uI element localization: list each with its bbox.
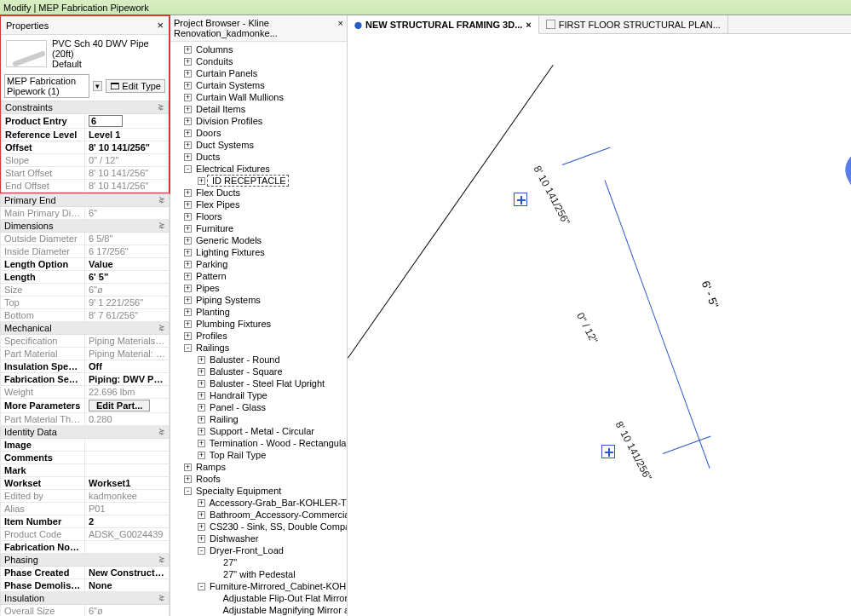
prop-value[interactable] <box>85 464 170 477</box>
dim-start[interactable]: 8' 10 141/256" <box>532 164 572 227</box>
tree-node[interactable]: + Duct Systems <box>181 139 347 151</box>
prop-value[interactable]: Level 1 <box>85 129 169 141</box>
edit-part-button[interactable]: Edit Part... <box>89 400 150 412</box>
tree-node[interactable]: + Handrail Type <box>194 389 347 401</box>
tree-node[interactable]: + Roofs <box>181 473 347 485</box>
collapse-icon[interactable]: - <box>198 547 205 555</box>
expand-icon[interactable]: + <box>184 320 192 328</box>
section-identity[interactable]: Identity Data⋩ <box>1 426 170 439</box>
tree-node[interactable]: + Dishwasher <box>194 533 347 544</box>
tree-node[interactable]: + Division Profiles <box>181 115 347 127</box>
prop-value[interactable]: Workset1 <box>85 477 170 490</box>
tree-node[interactable]: + Flex Ducts <box>181 187 347 199</box>
tree-node[interactable]: + Planting <box>181 306 347 318</box>
tree-node[interactable]: + Curtain Systems <box>181 79 347 91</box>
tree-node[interactable]: Adjustable Flip-Out Flat Mirror-N <box>208 592 347 604</box>
tab-active[interactable]: ⬤ NEW STRUCTURAL FRAMING 3D... × <box>348 16 539 34</box>
dim-end[interactable]: 8' 10 141/256" <box>613 419 654 482</box>
expand-icon[interactable]: + <box>184 296 192 304</box>
expand-icon[interactable]: + <box>184 82 192 89</box>
expand-icon[interactable]: + <box>184 189 192 197</box>
collapse-icon[interactable]: - <box>184 344 192 352</box>
collapse-icon[interactable]: - <box>184 487 192 495</box>
close-icon[interactable]: × <box>157 19 164 32</box>
tree-node[interactable]: + Curtain Panels <box>181 67 347 79</box>
expand-icon[interactable]: + <box>184 130 192 137</box>
expand-icon[interactable]: + <box>198 368 205 376</box>
pipe-selected[interactable] <box>839 145 851 471</box>
close-icon[interactable]: × <box>526 20 531 30</box>
prop-value[interactable]: P01 <box>85 503 170 515</box>
tab-inactive[interactable]: FIRST FLOOR STRUCTURAL PLAN... <box>539 15 728 33</box>
prop-value[interactable]: 6" <box>85 207 170 220</box>
tree[interactable]: + Columns+ Conduits+ Curtain Panels+ Cur… <box>170 42 347 616</box>
expand-icon[interactable]: + <box>184 118 192 125</box>
expand-icon[interactable]: + <box>184 153 192 161</box>
prop-value[interactable]: 8' 7 61/256" <box>85 309 170 322</box>
prop-value[interactable]: None <box>85 579 170 592</box>
tree-node[interactable]: 27" with Pedestal <box>208 568 347 580</box>
tree-node[interactable]: + Pattern <box>181 270 347 282</box>
prop-value[interactable]: Piping Material: PVC <box>85 348 170 360</box>
canvas[interactable]: 8' 10 141/256" 8' 10 141/256" 0" / 12" 6… <box>348 34 851 616</box>
expand-icon[interactable]: + <box>198 511 205 519</box>
handle-start[interactable] <box>514 193 527 206</box>
expand-icon[interactable]: + <box>184 261 192 268</box>
tree-node[interactable]: + Piping Systems <box>181 294 347 306</box>
tree-node[interactable]: + Profiles <box>181 330 347 342</box>
tree-node[interactable]: + Bathroom_Accessory-Commercial-M <box>194 509 347 521</box>
expand-icon[interactable]: + <box>184 225 192 233</box>
prop-value[interactable]: 6 17/256" <box>85 245 170 258</box>
tree-node[interactable]: + Ducts <box>181 151 347 163</box>
chevron-down-icon[interactable]: ▾ <box>93 81 102 91</box>
expand-icon[interactable]: + <box>184 94 192 101</box>
prop-value[interactable]: 6 <box>85 114 169 129</box>
expand-icon[interactable]: + <box>198 416 205 423</box>
tree-node[interactable]: + Detail Items <box>181 103 347 115</box>
prop-value[interactable]: 8' 10 141/256" <box>85 180 169 193</box>
expand-icon[interactable]: + <box>198 356 205 364</box>
tree-node[interactable]: + Accessory-Grab_Bar-KOHLER-Traditi <box>194 497 347 509</box>
tree-node[interactable]: + ID RECEPTACLE <box>194 175 289 187</box>
prop-value[interactable]: 0.280 <box>85 413 170 426</box>
tree-node[interactable]: 27" <box>208 556 347 568</box>
expand-icon[interactable]: + <box>198 428 205 435</box>
prop-value[interactable]: 0" / 12" <box>85 154 169 167</box>
prop-value[interactable]: 6"ø <box>85 284 170 296</box>
expand-icon[interactable]: + <box>184 308 192 316</box>
handle-end[interactable] <box>601 445 615 458</box>
prop-value[interactable]: Value <box>85 258 170 271</box>
tree-node[interactable]: + Top Rail Type <box>194 449 347 461</box>
tree-node[interactable]: + Railing <box>194 413 347 425</box>
dim-length[interactable]: 6' - 5" <box>699 279 722 309</box>
prop-value[interactable]: Edit Part... <box>85 399 170 413</box>
tree-node[interactable]: + Parking <box>181 258 347 270</box>
expand-icon[interactable]: + <box>198 380 205 388</box>
tree-node[interactable]: + Baluster - Square <box>194 366 347 377</box>
prop-value[interactable]: 2 <box>85 515 170 528</box>
tree-node[interactable]: - Railings <box>181 342 347 354</box>
tree-node[interactable]: - Electrical Fixtures <box>181 163 347 175</box>
tree-node[interactable]: - Furniture-Mirrored_Cabinet-KOHLER <box>194 580 347 592</box>
tree-node[interactable]: + Furniture <box>181 222 347 234</box>
angle-label[interactable]: 0" / 12" <box>574 311 600 346</box>
edit-type-button[interactable]: 🗖 Edit Type <box>106 79 165 93</box>
prop-value[interactable]: New Construction <box>85 567 170 579</box>
prop-value[interactable]: ADSK_G0024439 <box>85 528 170 541</box>
expand-icon[interactable]: + <box>184 70 192 78</box>
expand-icon[interactable]: + <box>184 237 192 245</box>
prop-value[interactable]: 9' 1 221/256" <box>85 296 170 309</box>
tree-node[interactable]: + Generic Models <box>181 234 347 246</box>
tree-node[interactable]: + Doors <box>181 127 347 139</box>
tree-node[interactable]: - Specialty Equipment <box>181 485 347 497</box>
tree-node[interactable]: + Lighting Fixtures <box>181 246 347 258</box>
expand-icon[interactable]: + <box>184 141 192 149</box>
section-constraints[interactable]: Constraints⋩ <box>2 101 169 114</box>
prop-value[interactable]: 6' 5" <box>85 271 170 284</box>
expand-icon[interactable]: + <box>184 475 192 483</box>
tree-node[interactable]: + Curtain Wall Mullions <box>181 91 347 103</box>
section-mechanical[interactable]: Mechanical⋩ <box>1 322 170 335</box>
tree-node[interactable]: + Baluster - Steel Flat Upright <box>194 377 347 389</box>
tree-node[interactable]: + Baluster - Round <box>194 354 347 366</box>
expand-icon[interactable]: + <box>184 106 192 113</box>
